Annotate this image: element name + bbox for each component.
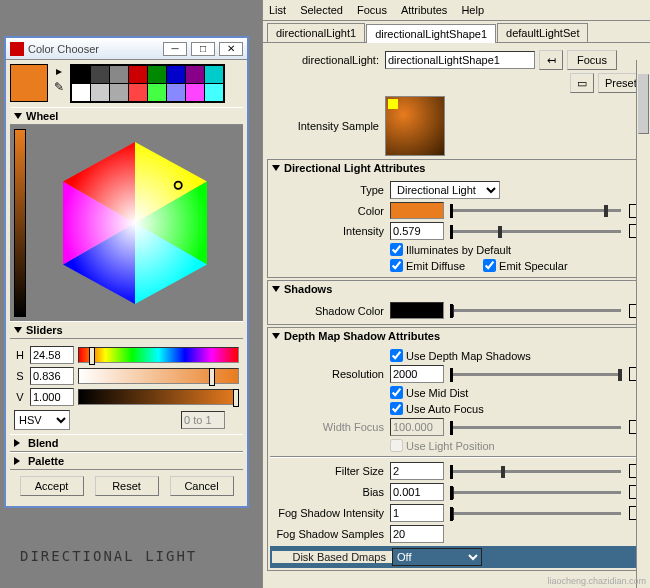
palette-cell[interactable] — [148, 84, 166, 101]
resolution-field[interactable] — [390, 365, 444, 383]
color-model-select[interactable]: HSV — [14, 410, 70, 430]
palette-section-header[interactable]: Palette — [10, 452, 243, 470]
close-button[interactable]: ✕ — [219, 42, 243, 56]
use-light-position-checkbox — [390, 439, 403, 452]
palette-cell[interactable] — [186, 84, 204, 101]
s-slider[interactable] — [78, 368, 239, 384]
use-depth-map-checkbox[interactable] — [390, 349, 403, 362]
copy-tab-icon[interactable]: ▭ — [570, 73, 594, 93]
dla-header[interactable]: Directional Light Attributes — [268, 160, 645, 176]
palette-cell[interactable] — [110, 84, 128, 101]
sliders-section-header[interactable]: Sliders — [10, 321, 243, 339]
palette-cell[interactable] — [205, 84, 223, 101]
palette-cell[interactable] — [91, 66, 109, 83]
tabs-row: directionalLight1directionalLightShape1d… — [263, 21, 650, 43]
chevron-right-icon — [14, 439, 24, 447]
v-input[interactable] — [30, 388, 74, 406]
chevron-down-icon — [14, 327, 22, 333]
filter-size-field[interactable] — [390, 462, 444, 480]
type-select[interactable]: Directional Light — [390, 181, 500, 199]
window-title: Color Chooser — [28, 43, 163, 55]
resolution-slider[interactable] — [450, 373, 621, 376]
wheel-section-header[interactable]: Wheel — [10, 107, 243, 125]
width-focus-field — [390, 418, 444, 436]
palette-cell[interactable] — [205, 66, 223, 83]
s-input[interactable] — [30, 367, 74, 385]
h-input[interactable] — [30, 346, 74, 364]
color-swatch[interactable] — [390, 202, 444, 219]
intensity-sample-label: Intensity Sample — [265, 120, 385, 132]
attribute-editor: ListSelectedFocusAttributesHelp directio… — [262, 0, 650, 588]
chevron-down-icon — [14, 113, 22, 119]
palette-cell[interactable] — [167, 84, 185, 101]
menu-item[interactable]: List — [269, 4, 286, 16]
palette-cell[interactable] — [148, 66, 166, 83]
shadow-color-slider[interactable] — [450, 309, 621, 312]
load-attrs-icon[interactable]: ↤ — [539, 50, 563, 70]
titlebar[interactable]: Color Chooser ─ □ ✕ — [6, 38, 247, 60]
maximize-button[interactable]: □ — [191, 42, 215, 56]
v-slider[interactable] — [78, 389, 239, 405]
palette-cell[interactable] — [167, 66, 185, 83]
width-focus-slider — [450, 426, 621, 429]
tab[interactable]: defaultLightSet — [497, 23, 588, 42]
node-name-field[interactable] — [385, 51, 535, 69]
palette-cell[interactable] — [91, 84, 109, 101]
menu-item[interactable]: Attributes — [401, 4, 447, 16]
accept-button[interactable]: Accept — [20, 476, 84, 496]
palette-cell[interactable] — [186, 66, 204, 83]
palette-cell[interactable] — [129, 84, 147, 101]
intensity-slider[interactable] — [450, 230, 621, 233]
minimize-button[interactable]: ─ — [163, 42, 187, 56]
color-chooser-window: Color Chooser ─ □ ✕ ▸ ✎ Wheel — [4, 36, 249, 508]
emit-specular-checkbox[interactable] — [483, 259, 496, 272]
value-strip[interactable] — [14, 129, 26, 317]
wheel-area — [10, 125, 243, 321]
v-label: V — [14, 391, 26, 403]
intensity-sample-swatch[interactable] — [385, 96, 445, 156]
palette-grid[interactable] — [70, 64, 225, 103]
tab[interactable]: directionalLightShape1 — [366, 24, 496, 43]
blend-section-header[interactable]: Blend — [10, 434, 243, 452]
use-auto-focus-checkbox[interactable] — [390, 402, 403, 415]
chevron-down-icon — [272, 165, 280, 171]
palette-cell[interactable] — [72, 84, 90, 101]
color-slider[interactable] — [450, 209, 621, 212]
menu-item[interactable]: Focus — [357, 4, 387, 16]
h-slider[interactable] — [78, 347, 239, 363]
shadows-header[interactable]: Shadows — [268, 281, 645, 297]
focus-button[interactable]: Focus — [567, 50, 617, 70]
tab[interactable]: directionalLight1 — [267, 23, 365, 42]
palette-cell[interactable] — [110, 66, 128, 83]
chevron-down-icon — [272, 286, 280, 292]
eyedropper-icon[interactable]: ✎ — [52, 80, 66, 94]
bias-slider[interactable] — [450, 491, 621, 494]
pointer-tool-icon[interactable]: ▸ — [52, 64, 66, 78]
scrollbar-outer[interactable] — [636, 60, 650, 588]
emit-diffuse-checkbox[interactable] — [390, 259, 403, 272]
color-wheel[interactable] — [30, 129, 239, 317]
reset-button[interactable]: Reset — [95, 476, 159, 496]
palette-cell[interactable] — [72, 66, 90, 83]
shadow-color-swatch[interactable] — [390, 302, 444, 319]
menu-item[interactable]: Selected — [300, 4, 343, 16]
fog-intensity-slider[interactable] — [450, 512, 621, 515]
use-mid-dist-checkbox[interactable] — [390, 386, 403, 399]
filter-size-slider[interactable] — [450, 470, 621, 473]
dmsa-header[interactable]: Depth Map Shadow Attributes — [268, 328, 645, 344]
intensity-field[interactable] — [390, 222, 444, 240]
range-select[interactable] — [181, 411, 225, 429]
disk-based-select[interactable]: Off — [392, 548, 482, 566]
node-name-label: directionalLight: — [265, 54, 385, 66]
illuminates-checkbox[interactable] — [390, 243, 403, 256]
menu-item[interactable]: Help — [461, 4, 484, 16]
palette-cell[interactable] — [129, 66, 147, 83]
svg-marker-7 — [63, 142, 207, 304]
disk-based-dmaps-row: Disk Based Dmaps Off — [270, 546, 643, 568]
current-color-swatch[interactable] — [10, 64, 48, 102]
h-label: H — [14, 349, 26, 361]
bias-field[interactable] — [390, 483, 444, 501]
cancel-button[interactable]: Cancel — [170, 476, 234, 496]
fog-samples-field[interactable] — [390, 525, 444, 543]
fog-intensity-field[interactable] — [390, 504, 444, 522]
